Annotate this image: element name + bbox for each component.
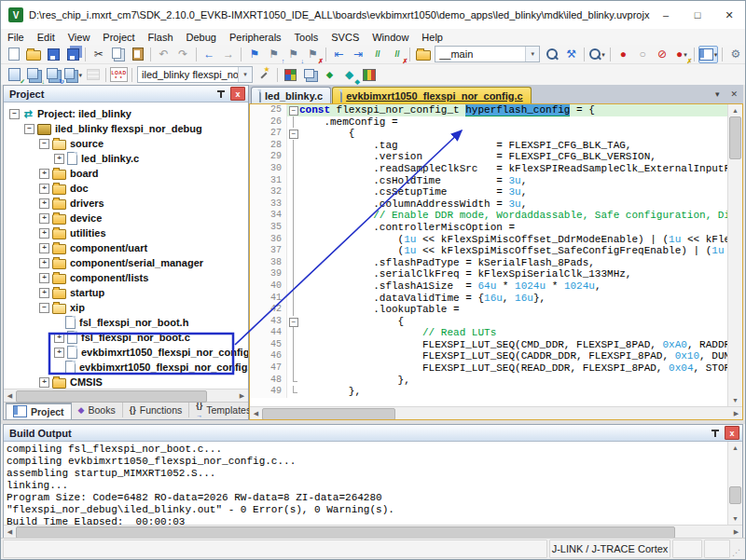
- tree-item[interactable]: +utilities: [4, 225, 248, 240]
- scroll-right-icon[interactable]: ▶: [730, 528, 742, 536]
- scope-folder-icon[interactable]: [414, 47, 432, 62]
- build-vertical-scrollbar[interactable]: ▲ ▼: [727, 442, 742, 525]
- expand-icon[interactable]: +: [39, 184, 49, 194]
- breakpoint-disable-all-icon[interactable]: ⊘: [654, 47, 671, 62]
- chevron-down-icon[interactable]: ▾: [238, 67, 252, 82]
- find-icon[interactable]: ▾: [588, 47, 606, 62]
- options-for-target-icon[interactable]: [256, 67, 273, 83]
- breakpoint-enable-icon[interactable]: ○: [634, 47, 652, 62]
- chevron-down-icon[interactable]: ▾: [714, 51, 718, 58]
- expand-icon[interactable]: +: [54, 333, 64, 343]
- tree-item[interactable]: +device: [4, 211, 248, 225]
- uncomment-icon[interactable]: //✗: [388, 47, 406, 62]
- menu-debug[interactable]: Debug: [180, 31, 223, 44]
- scroll-up-icon[interactable]: ▲: [732, 104, 739, 116]
- collapse-icon[interactable]: −: [9, 109, 20, 119]
- tab-list-icon[interactable]: ▾: [710, 89, 725, 99]
- nav-back-icon[interactable]: ←: [200, 47, 218, 62]
- tree-item[interactable]: +fsl_flexspi_nor_boot.c: [4, 330, 248, 345]
- tree-item[interactable]: −iled_blinky flexspi_nor_debug: [4, 121, 248, 136]
- chevron-down-icon[interactable]: ▾: [684, 51, 687, 58]
- build-icon[interactable]: ↓: [25, 67, 43, 83]
- comment-icon[interactable]: //: [369, 47, 387, 62]
- tab-books[interactable]: ◆Books: [72, 403, 123, 417]
- translate-file-icon[interactable]: ✓: [6, 67, 23, 83]
- close-panel-icon[interactable]: x: [230, 87, 245, 101]
- close-document-icon[interactable]: ✕: [725, 89, 743, 99]
- editor-tab-led_blinky.c[interactable]: led_blinky.c: [251, 87, 331, 103]
- build-horizontal-scrollbar[interactable]: ◀ ▶: [4, 525, 742, 538]
- tab-project[interactable]: Project: [6, 403, 72, 420]
- chevron-down-icon[interactable]: ▾: [525, 47, 539, 61]
- open-file-icon[interactable]: [25, 47, 43, 62]
- scroll-right-icon[interactable]: ▶: [236, 392, 248, 400]
- chevron-down-icon[interactable]: ▾: [78, 72, 82, 78]
- save-all-icon[interactable]: [64, 47, 82, 62]
- target-select[interactable]: iled_blinky flexspi_nor_d▾: [137, 66, 253, 83]
- menu-tools[interactable]: Tools: [288, 31, 325, 44]
- download-load-icon[interactable]: LOAD: [110, 67, 128, 83]
- outdent-icon[interactable]: ⇤: [330, 47, 348, 62]
- tree-item[interactable]: +component/lists: [4, 270, 248, 285]
- define-input[interactable]: __main▾: [435, 46, 540, 62]
- editor-horizontal-scrollbar[interactable]: ◀ ▶: [250, 406, 742, 419]
- fold-margin[interactable]: [287, 128, 299, 140]
- manage-components-icon[interactable]: [282, 67, 299, 83]
- menu-window[interactable]: Window: [366, 31, 415, 44]
- expand-icon[interactable]: +: [39, 169, 49, 179]
- fold-margin[interactable]: [287, 316, 299, 328]
- tree-item[interactable]: +evkbimxrt1050_flexspi_nor_config.c: [4, 345, 248, 360]
- scroll-left-icon[interactable]: ◀: [4, 528, 16, 536]
- redo-icon[interactable]: ↷: [174, 47, 192, 62]
- bookmark-clear-icon[interactable]: ⚑✗: [304, 47, 322, 62]
- menu-file[interactable]: File: [1, 31, 31, 44]
- bookmark-next-icon[interactable]: ⚑↓: [284, 47, 302, 62]
- tree-item[interactable]: +drivers: [4, 196, 248, 211]
- expand-icon[interactable]: +: [39, 228, 49, 239]
- manage-run-time-icon[interactable]: ◆: [321, 67, 338, 83]
- tree-item[interactable]: +component/uart: [4, 240, 248, 255]
- batch-build-icon[interactable]: ▾: [64, 67, 82, 83]
- bookmark-prev-icon[interactable]: ⚑↑: [265, 47, 283, 62]
- configure-wrench-icon[interactable]: ⚙: [726, 47, 744, 62]
- nav-forward-icon[interactable]: →: [220, 47, 238, 62]
- close-button[interactable]: ✕: [713, 3, 745, 27]
- save-icon[interactable]: [45, 47, 62, 62]
- tree-item[interactable]: +led_blinky.c: [4, 151, 248, 166]
- expand-icon[interactable]: +: [54, 154, 64, 164]
- fold-margin[interactable]: [287, 104, 299, 116]
- tree-item[interactable]: +doc: [4, 181, 248, 196]
- tree-item[interactable]: −⇄Project: iled_blinky: [4, 106, 248, 121]
- expand-icon[interactable]: +: [39, 243, 49, 253]
- menu-flash[interactable]: Flash: [142, 31, 180, 44]
- tree-item[interactable]: +board: [4, 166, 248, 181]
- code-text[interactable]: 25const flexspi_nor_config_t hyperflash_…: [250, 104, 727, 406]
- menu-project[interactable]: Project: [96, 31, 141, 44]
- menu-svcs[interactable]: SVCS: [325, 31, 366, 44]
- expand-icon[interactable]: +: [39, 198, 49, 209]
- breakpoint-kill-all-icon[interactable]: ●✗▾: [672, 47, 690, 62]
- cut-icon[interactable]: ✂: [90, 47, 107, 62]
- expand-icon[interactable]: +: [39, 377, 49, 388]
- scroll-up-icon[interactable]: ▲: [732, 442, 739, 454]
- new-file-icon[interactable]: [6, 47, 23, 62]
- scroll-down-icon[interactable]: ▼: [732, 394, 739, 406]
- build-output-text[interactable]: compiling fsl_flexspi_nor_boot.c... comp…: [4, 442, 727, 525]
- minimize-button[interactable]: –: [650, 3, 682, 27]
- undo-icon[interactable]: ↶: [155, 47, 173, 62]
- resize-grip[interactable]: ⋰: [732, 548, 743, 559]
- bookmark-toggle-icon[interactable]: ⚑: [245, 47, 263, 62]
- menu-edit[interactable]: Edit: [31, 31, 62, 44]
- pin-icon[interactable]: [711, 429, 719, 438]
- tree-item[interactable]: +startup: [4, 285, 248, 300]
- collapse-icon[interactable]: −: [39, 303, 49, 313]
- manage-books-icon[interactable]: ◆◆: [340, 67, 358, 83]
- scroll-right-icon[interactable]: ▶: [730, 410, 742, 417]
- menu-peripherals[interactable]: Peripherals: [223, 31, 288, 44]
- collapse-icon[interactable]: −: [39, 139, 49, 149]
- rebuild-all-icon[interactable]: ↻: [45, 67, 62, 83]
- menu-view[interactable]: View: [62, 31, 97, 44]
- tree-item[interactable]: −xip: [4, 300, 248, 315]
- tree-item[interactable]: +component/serial_manager: [4, 255, 248, 270]
- tree-item[interactable]: evkbimxrt1050_flexspi_nor_config.h: [4, 360, 248, 375]
